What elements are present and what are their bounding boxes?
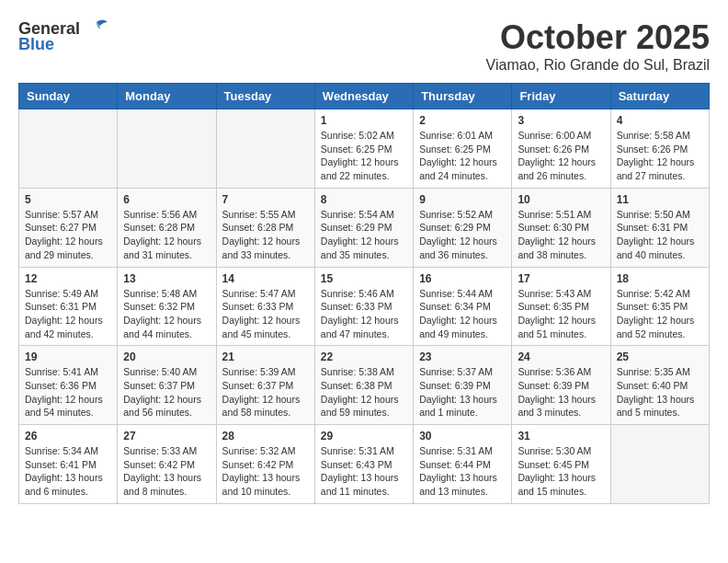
calendar-day-cell: 9Sunrise: 5:52 AMSunset: 6:29 PMDaylight… (414, 188, 512, 267)
daylight-text: Daylight: 12 hours and 59 minutes. (321, 394, 399, 419)
day-of-week-header: Thursday (414, 84, 512, 109)
calendar-day-cell (118, 109, 216, 189)
daylight-text: Daylight: 12 hours and 44 minutes. (123, 315, 201, 339)
sunrise-text: Sunrise: 5:39 AM (222, 366, 296, 377)
daylight-text: Daylight: 13 hours and 8 minutes. (123, 472, 201, 497)
daylight-text: Daylight: 13 hours and 13 minutes. (419, 472, 497, 497)
sunset-text: Sunset: 6:35 PM (617, 301, 688, 312)
day-info: Sunrise: 5:39 AMSunset: 6:37 PMDaylight:… (222, 365, 309, 419)
sunrise-text: Sunrise: 5:33 AM (123, 445, 197, 456)
sunrise-text: Sunrise: 5:30 AM (518, 445, 591, 456)
daylight-text: Daylight: 13 hours and 5 minutes. (617, 394, 695, 419)
day-info: Sunrise: 6:01 AMSunset: 6:25 PMDaylight:… (419, 129, 506, 183)
calendar-day-cell: 18Sunrise: 5:42 AMSunset: 6:35 PMDayligh… (610, 267, 709, 346)
day-info: Sunrise: 5:40 AMSunset: 6:37 PMDaylight:… (123, 365, 210, 419)
sunrise-text: Sunrise: 5:50 AM (617, 209, 690, 220)
daylight-text: Daylight: 12 hours and 29 minutes. (25, 236, 103, 260)
day-info: Sunrise: 5:36 AMSunset: 6:39 PMDaylight:… (518, 365, 604, 419)
calendar-day-cell: 27Sunrise: 5:33 AMSunset: 6:42 PMDayligh… (118, 425, 216, 504)
calendar-day-cell: 11Sunrise: 5:50 AMSunset: 6:31 PMDayligh… (610, 188, 709, 267)
calendar-day-cell: 31Sunrise: 5:30 AMSunset: 6:45 PMDayligh… (512, 425, 610, 504)
day-number: 8 (321, 193, 407, 206)
day-number: 6 (123, 193, 210, 206)
daylight-text: Daylight: 13 hours and 1 minute. (419, 394, 497, 419)
sunset-text: Sunset: 6:41 PM (25, 459, 97, 470)
sunset-text: Sunset: 6:39 PM (518, 380, 589, 391)
sunset-text: Sunset: 6:35 PM (518, 301, 589, 312)
day-number: 21 (222, 350, 309, 363)
calendar-day-cell: 3Sunrise: 6:00 AMSunset: 6:26 PMDaylight… (512, 109, 610, 189)
day-info: Sunrise: 5:48 AMSunset: 6:32 PMDaylight:… (123, 287, 210, 341)
logo-blue-text: Blue (18, 35, 54, 54)
daylight-text: Daylight: 13 hours and 11 minutes. (321, 472, 399, 497)
calendar-day-cell: 15Sunrise: 5:46 AMSunset: 6:33 PMDayligh… (314, 267, 413, 346)
daylight-text: Daylight: 12 hours and 52 minutes. (617, 315, 695, 339)
sunset-text: Sunset: 6:26 PM (617, 144, 688, 155)
day-info: Sunrise: 5:31 AMSunset: 6:44 PMDaylight:… (419, 444, 506, 499)
day-number: 27 (123, 430, 210, 442)
day-info: Sunrise: 5:43 AMSunset: 6:35 PMDaylight:… (518, 287, 604, 341)
sunset-text: Sunset: 6:32 PM (123, 301, 195, 312)
day-info: Sunrise: 5:44 AMSunset: 6:34 PMDaylight:… (419, 287, 506, 341)
sunrise-text: Sunrise: 5:49 AM (25, 288, 98, 299)
day-info: Sunrise: 5:55 AMSunset: 6:28 PMDaylight:… (222, 208, 309, 262)
calendar-day-cell: 2Sunrise: 6:01 AMSunset: 6:25 PMDaylight… (414, 109, 512, 189)
day-info: Sunrise: 5:32 AMSunset: 6:42 PMDaylight:… (222, 444, 309, 499)
logo-bird-icon (84, 18, 109, 39)
sunset-text: Sunset: 6:42 PM (123, 459, 195, 470)
calendar-day-cell: 16Sunrise: 5:44 AMSunset: 6:34 PMDayligh… (414, 267, 512, 346)
day-info: Sunrise: 5:58 AMSunset: 6:26 PMDaylight:… (617, 129, 703, 183)
sunrise-text: Sunrise: 5:48 AM (123, 288, 197, 299)
day-number: 4 (617, 114, 703, 127)
day-number: 28 (222, 430, 309, 442)
day-info: Sunrise: 5:46 AMSunset: 6:33 PMDaylight:… (321, 287, 407, 341)
day-number: 13 (123, 272, 210, 285)
daylight-text: Daylight: 12 hours and 49 minutes. (419, 315, 497, 339)
sunset-text: Sunset: 6:29 PM (419, 222, 491, 233)
day-info: Sunrise: 5:31 AMSunset: 6:43 PMDaylight:… (321, 444, 407, 499)
daylight-text: Daylight: 12 hours and 54 minutes. (25, 394, 103, 419)
calendar-week-row: 26Sunrise: 5:34 AMSunset: 6:41 PMDayligh… (19, 425, 710, 504)
sunset-text: Sunset: 6:40 PM (617, 380, 688, 391)
sunrise-text: Sunrise: 5:55 AM (222, 209, 296, 220)
day-info: Sunrise: 5:38 AMSunset: 6:38 PMDaylight:… (321, 365, 407, 419)
day-number: 15 (321, 272, 407, 285)
calendar-day-cell: 4Sunrise: 5:58 AMSunset: 6:26 PMDaylight… (610, 109, 709, 189)
daylight-text: Daylight: 12 hours and 40 minutes. (617, 236, 695, 260)
calendar-day-cell: 21Sunrise: 5:39 AMSunset: 6:37 PMDayligh… (216, 346, 314, 425)
day-info: Sunrise: 5:34 AMSunset: 6:41 PMDaylight:… (25, 444, 111, 499)
day-number: 25 (617, 350, 703, 363)
sunrise-text: Sunrise: 5:38 AM (321, 366, 394, 377)
day-info: Sunrise: 5:57 AMSunset: 6:27 PMDaylight:… (25, 208, 111, 262)
sunrise-text: Sunrise: 5:35 AM (617, 366, 690, 377)
calendar-day-cell: 6Sunrise: 5:56 AMSunset: 6:28 PMDaylight… (118, 188, 216, 267)
day-of-week-header: Saturday (610, 84, 709, 109)
sunset-text: Sunset: 6:44 PM (419, 459, 491, 470)
daylight-text: Daylight: 12 hours and 42 minutes. (25, 315, 103, 339)
sunrise-text: Sunrise: 5:54 AM (321, 209, 394, 220)
calendar-day-cell: 14Sunrise: 5:47 AMSunset: 6:33 PMDayligh… (216, 267, 314, 346)
day-number: 9 (419, 193, 506, 206)
sunset-text: Sunset: 6:45 PM (518, 459, 589, 470)
day-info: Sunrise: 5:50 AMSunset: 6:31 PMDaylight:… (617, 208, 703, 262)
day-number: 24 (518, 350, 604, 363)
title-block: October 2025 Viamao, Rio Grande do Sul, … (486, 18, 710, 74)
sunrise-text: Sunrise: 5:34 AM (25, 445, 98, 456)
sunrise-text: Sunrise: 5:02 AM (321, 130, 394, 141)
logo: General Blue (18, 18, 109, 54)
sunrise-text: Sunrise: 5:56 AM (123, 209, 197, 220)
calendar-day-cell: 23Sunrise: 5:37 AMSunset: 6:39 PMDayligh… (414, 346, 512, 425)
sunset-text: Sunset: 6:28 PM (222, 222, 294, 233)
sunrise-text: Sunrise: 5:31 AM (419, 445, 493, 456)
day-info: Sunrise: 5:30 AMSunset: 6:45 PMDaylight:… (518, 444, 604, 499)
daylight-text: Daylight: 12 hours and 31 minutes. (123, 236, 201, 260)
day-number: 30 (419, 430, 506, 442)
calendar-week-row: 19Sunrise: 5:41 AMSunset: 6:36 PMDayligh… (19, 346, 710, 425)
day-of-week-header: Friday (512, 84, 610, 109)
calendar-day-cell (216, 109, 314, 189)
day-info: Sunrise: 5:54 AMSunset: 6:29 PMDaylight:… (321, 208, 407, 262)
sunrise-text: Sunrise: 5:47 AM (222, 288, 296, 299)
sunset-text: Sunset: 6:29 PM (321, 222, 392, 233)
day-of-week-header: Wednesday (314, 84, 413, 109)
sunset-text: Sunset: 6:26 PM (518, 144, 589, 155)
